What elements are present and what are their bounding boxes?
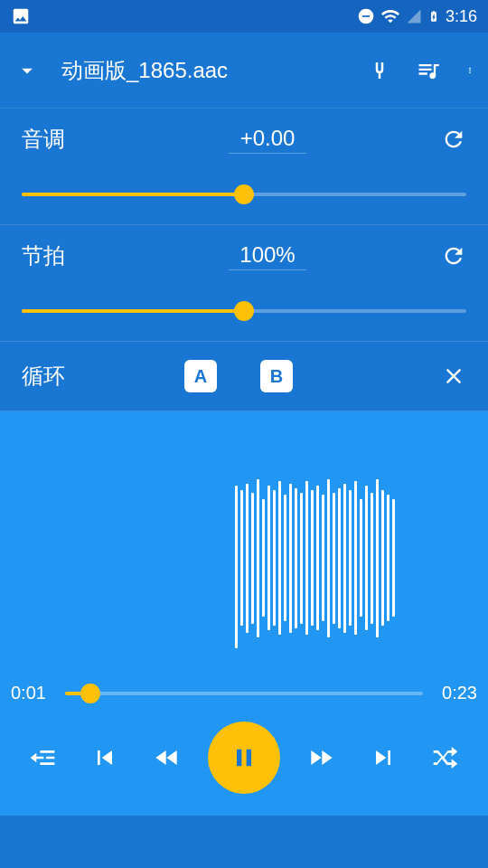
transport-controls: [0, 703, 488, 816]
pitch-section: 音调 +0.00: [0, 108, 488, 225]
sim-icon: [406, 8, 422, 24]
pitch-value[interactable]: +0.00: [229, 126, 306, 154]
tuning-fork-icon: [369, 58, 390, 83]
status-time: 3:16: [446, 7, 477, 26]
playlist-button[interactable]: [416, 58, 441, 83]
picture-icon: [11, 6, 31, 26]
refresh-icon: [441, 127, 466, 152]
forward-button[interactable]: [299, 736, 343, 779]
close-icon: [441, 363, 466, 389]
fast-rewind-icon: [153, 743, 182, 772]
svg-rect-1: [362, 15, 370, 17]
next-track-button[interactable]: [361, 736, 405, 779]
status-right: 3:16: [357, 6, 477, 26]
app-header: 动画版_1865.aac: [0, 33, 488, 108]
progress-row: 0:01 0:23: [0, 683, 488, 703]
pitch-reset-button[interactable]: [441, 127, 466, 152]
status-left: [11, 6, 31, 26]
shuffle-icon: [431, 743, 460, 772]
shuffle-button[interactable]: [424, 736, 467, 779]
skip-next-icon: [369, 743, 398, 772]
tuning-fork-button[interactable]: [369, 58, 390, 83]
loop-b-button[interactable]: B: [260, 360, 293, 392]
skip-previous-icon: [90, 743, 119, 772]
loop-a-button[interactable]: A: [184, 360, 217, 392]
svg-point-4: [469, 71, 471, 73]
loop-close-button[interactable]: [441, 363, 466, 389]
tempo-section: 节拍 100%: [0, 225, 488, 342]
svg-point-2: [469, 67, 471, 69]
refresh-icon: [441, 243, 466, 269]
tempo-slider[interactable]: [22, 303, 466, 319]
dnd-icon: [357, 7, 375, 25]
collapse-button[interactable]: [14, 58, 40, 83]
progress-slider[interactable]: [65, 685, 423, 702]
loop-section: 循环 A B: [0, 342, 488, 411]
tempo-label: 节拍: [22, 241, 94, 270]
fast-forward-icon: [306, 743, 335, 772]
svg-point-3: [469, 70, 471, 71]
chevron-down-icon: [14, 58, 40, 83]
time-current: 0:01: [11, 683, 51, 703]
more-button[interactable]: [466, 58, 474, 83]
tempo-reset-button[interactable]: [441, 243, 466, 269]
wifi-icon: [380, 6, 400, 26]
time-total: 0:23: [437, 683, 477, 703]
waveform-display[interactable]: [0, 411, 488, 683]
battery-icon: [427, 6, 440, 26]
track-title: 动画版_1865.aac: [61, 56, 369, 85]
status-bar: 3:16: [0, 0, 488, 33]
pitch-label: 音调: [22, 125, 94, 154]
tempo-value[interactable]: 100%: [229, 242, 306, 270]
prev-track-button[interactable]: [83, 736, 127, 779]
rewind-button[interactable]: [145, 736, 189, 779]
pause-icon: [230, 743, 258, 772]
more-vert-icon: [466, 58, 474, 83]
queue-icon: [28, 743, 57, 772]
loop-label: 循环: [22, 362, 184, 391]
pitch-slider[interactable]: [22, 186, 466, 203]
play-pause-button[interactable]: [208, 722, 280, 794]
playlist-icon: [416, 58, 441, 83]
queue-button[interactable]: [21, 736, 64, 779]
